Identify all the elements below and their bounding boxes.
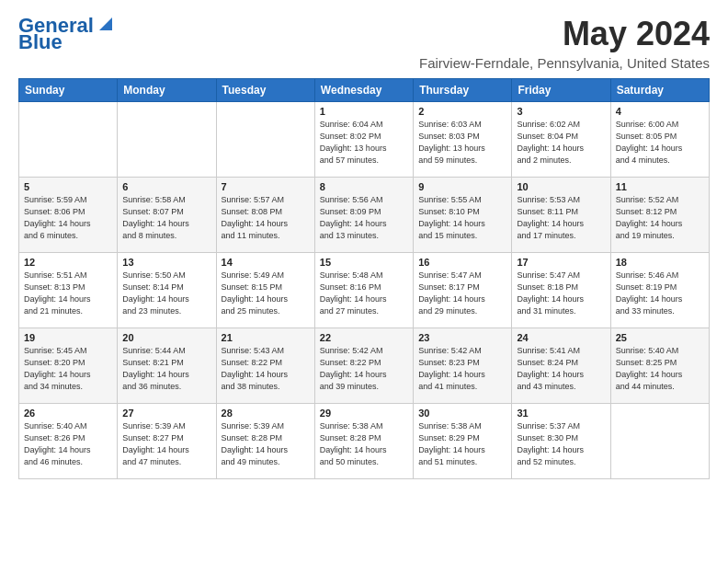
day-info: Sunrise: 5:42 AMSunset: 8:22 PMDaylight:…: [320, 345, 408, 393]
day-number: 26: [24, 408, 112, 419]
day-info: Sunrise: 5:50 AMSunset: 8:14 PMDaylight:…: [122, 270, 210, 317]
day-info: Sunrise: 6:00 AMSunset: 8:05 PMDaylight:…: [616, 119, 704, 167]
day-number: 20: [122, 332, 210, 343]
calendar-cell: 4Sunrise: 6:00 AMSunset: 8:05 PMDaylight…: [610, 102, 709, 178]
day-number: 13: [122, 257, 210, 268]
calendar-cell: 26Sunrise: 5:40 AMSunset: 8:26 PMDayligh…: [19, 404, 118, 479]
day-number: 24: [517, 332, 605, 343]
day-info: Sunrise: 5:38 AMSunset: 8:28 PMDaylight:…: [320, 420, 408, 468]
calendar-cell: 31Sunrise: 5:37 AMSunset: 8:30 PMDayligh…: [512, 404, 610, 479]
day-number: 5: [24, 181, 112, 192]
day-info: Sunrise: 5:58 AMSunset: 8:07 PMDaylight:…: [122, 194, 210, 242]
logo-text-blue: Blue: [18, 31, 63, 53]
header: General Blue May 2024 Fairview-Ferndale,…: [18, 15, 710, 71]
calendar-cell: 19Sunrise: 5:45 AMSunset: 8:20 PMDayligh…: [19, 328, 118, 404]
day-number: 30: [418, 408, 506, 419]
calendar-cell: 21Sunrise: 5:43 AMSunset: 8:22 PMDayligh…: [216, 328, 314, 404]
day-info: Sunrise: 5:41 AMSunset: 8:24 PMDaylight:…: [517, 345, 605, 393]
day-header-thursday: Thursday: [414, 79, 512, 102]
day-header-saturday: Saturday: [610, 79, 709, 102]
logo: General Blue: [18, 15, 116, 53]
header-row: SundayMondayTuesdayWednesdayThursdayFrid…: [19, 79, 710, 102]
day-info: Sunrise: 5:40 AMSunset: 8:25 PMDaylight:…: [616, 345, 704, 393]
day-info: Sunrise: 5:46 AMSunset: 8:19 PMDaylight:…: [616, 270, 704, 317]
calendar-cell: 17Sunrise: 5:47 AMSunset: 8:18 PMDayligh…: [512, 253, 610, 328]
day-info: Sunrise: 5:53 AMSunset: 8:11 PMDaylight:…: [517, 194, 605, 242]
calendar-cell: 8Sunrise: 5:56 AMSunset: 8:09 PMDaylight…: [314, 178, 413, 253]
day-number: 1: [320, 106, 408, 117]
calendar-cell: 28Sunrise: 5:39 AMSunset: 8:28 PMDayligh…: [216, 404, 314, 479]
calendar-body: 1Sunrise: 6:04 AMSunset: 8:02 PMDaylight…: [19, 102, 710, 479]
calendar-cell: 30Sunrise: 5:38 AMSunset: 8:29 PMDayligh…: [414, 404, 512, 479]
day-info: Sunrise: 5:47 AMSunset: 8:18 PMDaylight:…: [517, 270, 605, 317]
calendar-cell: 27Sunrise: 5:39 AMSunset: 8:27 PMDayligh…: [118, 404, 216, 479]
day-number: 16: [418, 257, 506, 268]
calendar-cell: 9Sunrise: 5:55 AMSunset: 8:10 PMDaylight…: [414, 178, 512, 253]
day-info: Sunrise: 5:55 AMSunset: 8:10 PMDaylight:…: [418, 194, 506, 242]
calendar-cell: 1Sunrise: 6:04 AMSunset: 8:02 PMDaylight…: [314, 102, 413, 178]
day-number: 14: [222, 257, 310, 268]
day-header-sunday: Sunday: [19, 79, 118, 102]
calendar-cell: [610, 404, 709, 479]
day-number: 18: [616, 257, 704, 268]
calendar-cell: 5Sunrise: 5:59 AMSunset: 8:06 PMDaylight…: [19, 178, 118, 253]
day-info: Sunrise: 5:45 AMSunset: 8:20 PMDaylight:…: [24, 345, 112, 393]
week-row-0: 1Sunrise: 6:04 AMSunset: 8:02 PMDaylight…: [19, 102, 710, 178]
day-info: Sunrise: 5:39 AMSunset: 8:28 PMDaylight:…: [222, 420, 310, 468]
calendar-cell: [118, 102, 216, 178]
week-row-3: 19Sunrise: 5:45 AMSunset: 8:20 PMDayligh…: [19, 328, 710, 404]
calendar-cell: 23Sunrise: 5:42 AMSunset: 8:23 PMDayligh…: [414, 328, 512, 404]
day-number: 31: [517, 408, 605, 419]
day-number: 19: [24, 332, 112, 343]
calendar-cell: 12Sunrise: 5:51 AMSunset: 8:13 PMDayligh…: [19, 253, 118, 328]
svg-marker-0: [99, 17, 112, 30]
calendar-cell: 25Sunrise: 5:40 AMSunset: 8:25 PMDayligh…: [610, 328, 709, 404]
day-info: Sunrise: 5:38 AMSunset: 8:29 PMDaylight:…: [418, 420, 506, 468]
day-info: Sunrise: 5:43 AMSunset: 8:22 PMDaylight:…: [222, 345, 310, 393]
day-header-friday: Friday: [512, 79, 610, 102]
day-info: Sunrise: 6:04 AMSunset: 8:02 PMDaylight:…: [320, 119, 408, 167]
day-number: 29: [320, 408, 408, 419]
day-number: 15: [320, 257, 408, 268]
day-info: Sunrise: 5:51 AMSunset: 8:13 PMDaylight:…: [24, 270, 112, 317]
day-info: Sunrise: 5:40 AMSunset: 8:26 PMDaylight:…: [24, 420, 112, 468]
day-number: 25: [616, 332, 704, 343]
subtitle: Fairview-Ferndale, Pennsylvania, United …: [419, 55, 710, 71]
day-number: 11: [616, 181, 704, 192]
day-number: 22: [320, 332, 408, 343]
calendar-cell: 24Sunrise: 5:41 AMSunset: 8:24 PMDayligh…: [512, 328, 610, 404]
day-number: 2: [418, 106, 506, 117]
day-info: Sunrise: 5:57 AMSunset: 8:08 PMDaylight:…: [222, 194, 310, 242]
calendar-cell: 14Sunrise: 5:49 AMSunset: 8:15 PMDayligh…: [216, 253, 314, 328]
day-header-wednesday: Wednesday: [314, 79, 413, 102]
calendar-cell: 16Sunrise: 5:47 AMSunset: 8:17 PMDayligh…: [414, 253, 512, 328]
day-number: 4: [616, 106, 704, 117]
day-header-tuesday: Tuesday: [216, 79, 314, 102]
calendar-table: SundayMondayTuesdayWednesdayThursdayFrid…: [18, 78, 710, 479]
day-number: 17: [517, 257, 605, 268]
calendar-cell: 10Sunrise: 5:53 AMSunset: 8:11 PMDayligh…: [512, 178, 610, 253]
calendar-cell: 6Sunrise: 5:58 AMSunset: 8:07 PMDaylight…: [118, 178, 216, 253]
day-number: 21: [222, 332, 310, 343]
day-number: 28: [222, 408, 310, 419]
week-row-4: 26Sunrise: 5:40 AMSunset: 8:26 PMDayligh…: [19, 404, 710, 479]
calendar-cell: 15Sunrise: 5:48 AMSunset: 8:16 PMDayligh…: [314, 253, 413, 328]
day-number: 8: [320, 181, 408, 192]
calendar-cell: 7Sunrise: 5:57 AMSunset: 8:08 PMDaylight…: [216, 178, 314, 253]
day-info: Sunrise: 5:44 AMSunset: 8:21 PMDaylight:…: [122, 345, 210, 393]
day-number: 3: [517, 106, 605, 117]
day-header-monday: Monday: [118, 79, 216, 102]
calendar-cell: 11Sunrise: 5:52 AMSunset: 8:12 PMDayligh…: [610, 178, 709, 253]
day-info: Sunrise: 6:03 AMSunset: 8:03 PMDaylight:…: [418, 119, 506, 167]
calendar-cell: [216, 102, 314, 178]
day-info: Sunrise: 5:59 AMSunset: 8:06 PMDaylight:…: [24, 194, 112, 242]
logo-icon: [96, 14, 116, 34]
calendar-cell: 13Sunrise: 5:50 AMSunset: 8:14 PMDayligh…: [118, 253, 216, 328]
day-number: 10: [517, 181, 605, 192]
day-number: 9: [418, 181, 506, 192]
main-title: May 2024: [419, 15, 710, 53]
calendar-cell: 18Sunrise: 5:46 AMSunset: 8:19 PMDayligh…: [610, 253, 709, 328]
day-info: Sunrise: 5:49 AMSunset: 8:15 PMDaylight:…: [222, 270, 310, 317]
day-info: Sunrise: 5:47 AMSunset: 8:17 PMDaylight:…: [418, 270, 506, 317]
day-info: Sunrise: 5:52 AMSunset: 8:12 PMDaylight:…: [616, 194, 704, 242]
